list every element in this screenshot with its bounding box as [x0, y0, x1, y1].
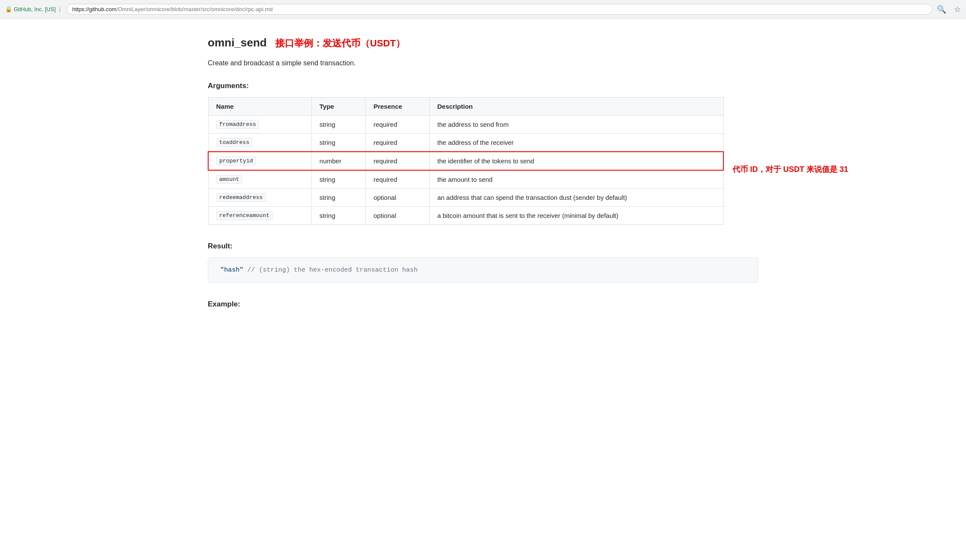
cell-name: propertyid: [208, 152, 311, 170]
cell-type: string: [311, 170, 366, 189]
cell-description: the address to send from: [429, 115, 723, 133]
result-code-block: "hash" // (string) the hex-encoded trans…: [208, 257, 758, 283]
cell-presence: required: [366, 170, 429, 189]
result-code-comment: // (string) the hex-encoded transaction …: [243, 266, 418, 274]
browser-bar: 🔒 GitHub, Inc. [US] | https://github.com…: [0, 0, 966, 19]
cell-presence: optional: [366, 206, 429, 224]
table-row: amountstringrequiredthe amount to send: [208, 170, 723, 189]
browser-search-icon[interactable]: 🔍: [937, 5, 946, 14]
param-name-code: referenceamount: [216, 211, 273, 220]
cell-name: redeemaddress: [208, 188, 311, 206]
cell-type: number: [311, 152, 366, 170]
table-row: fromaddressstringrequiredthe address to …: [208, 115, 723, 133]
param-name-code: redeemaddress: [216, 193, 266, 202]
lock-icon: 🔒: [5, 6, 12, 12]
cell-type: string: [311, 133, 366, 152]
result-section: Result: "hash" // (string) the hex-encod…: [208, 242, 758, 283]
result-code-string: "hash": [220, 266, 243, 274]
cell-description: a bitcoin amount that is sent to the rec…: [429, 206, 723, 224]
table-wrapper: Name Type Presence Description fromaddre…: [208, 97, 758, 242]
table-row: toaddressstringrequiredthe address of th…: [208, 133, 723, 152]
example-section: Example:: [208, 300, 758, 309]
arguments-heading: Arguments:: [208, 82, 758, 90]
param-name-code: toaddress: [216, 138, 252, 147]
col-header-type: Type: [311, 97, 366, 115]
table-row: propertyidnumberrequiredthe identifier o…: [208, 152, 723, 170]
table-header-row: Name Type Presence Description: [208, 97, 723, 115]
page-content: omni_send 接口举例：发送代币（USDT） Create and bro…: [182, 19, 784, 334]
url-path: /OmniLayer/omnicore/blob/master/src/omni…: [117, 6, 273, 12]
page-description: Create and broadcast a simple send trans…: [208, 58, 758, 69]
title-row: omni_send 接口举例：发送代币（USDT）: [208, 36, 758, 50]
cell-type: string: [311, 206, 366, 224]
cell-presence: required: [366, 115, 429, 133]
bookmark-icon[interactable]: ☆: [954, 5, 961, 14]
url-origin: https://github.com: [72, 6, 117, 12]
col-header-description: Description: [429, 97, 723, 115]
param-name-code: fromaddress: [216, 120, 259, 129]
separator: |: [59, 6, 61, 12]
param-name-code: amount: [216, 175, 243, 184]
title-annotation: 接口举例：发送代币（USDT）: [275, 37, 405, 50]
cell-name: fromaddress: [208, 115, 311, 133]
arguments-table: Name Type Presence Description fromaddre…: [208, 97, 724, 225]
table-row: redeemaddressstringoptionalan address th…: [208, 188, 723, 206]
cell-presence: required: [366, 152, 429, 170]
cell-description: the identifier of the tokens to send: [429, 152, 723, 170]
cell-description: the amount to send: [429, 170, 723, 189]
cell-presence: required: [366, 133, 429, 152]
page-title: omni_send: [208, 36, 267, 49]
cell-description: the address of the receiver: [429, 133, 723, 152]
col-header-presence: Presence: [366, 97, 429, 115]
cell-description: an address that can spend the transactio…: [429, 188, 723, 206]
row-annotation: 代币 ID，对于 USDT 来说值是 31: [724, 164, 848, 174]
param-name-code: propertyid: [216, 156, 256, 165]
cell-presence: optional: [366, 188, 429, 206]
result-heading: Result:: [208, 242, 758, 251]
security-info: 🔒 GitHub, Inc. [US] |: [5, 6, 62, 12]
cell-name: referenceamount: [208, 206, 311, 224]
address-bar[interactable]: https://github.com /OmniLayer/omnicore/b…: [67, 4, 932, 15]
cell-name: toaddress: [208, 133, 311, 152]
cell-type: string: [311, 115, 366, 133]
example-heading: Example:: [208, 300, 758, 309]
security-label: GitHub, Inc. [US]: [14, 6, 56, 12]
cell-type: string: [311, 188, 366, 206]
cell-name: amount: [208, 170, 311, 189]
col-header-name: Name: [208, 97, 311, 115]
table-row: referenceamountstringoptionala bitcoin a…: [208, 206, 723, 224]
